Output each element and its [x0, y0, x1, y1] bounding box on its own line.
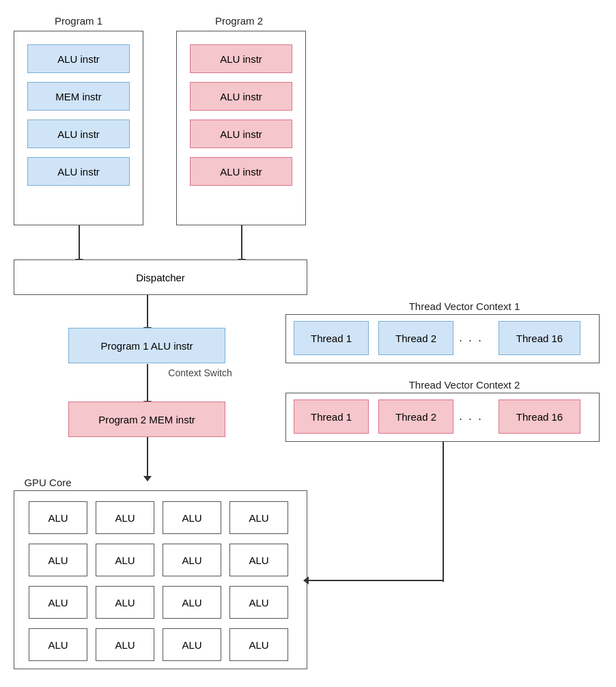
dispatcher-label: Dispatcher	[136, 272, 185, 283]
alu-0-3: ALU	[229, 501, 288, 534]
tvc1-dots: · · ·	[459, 333, 483, 348]
prog1-alu-instr-box: Program 1 ALU instr	[68, 328, 225, 363]
prog2-instr-1: ALU instr	[190, 44, 292, 73]
alu-3-0: ALU	[29, 628, 87, 661]
alu-2-3: ALU	[229, 586, 288, 619]
alu-1-3: ALU	[229, 544, 288, 576]
alu-0-1: ALU	[96, 501, 154, 534]
tvc-to-gpu-vertical	[443, 442, 444, 582]
tvc2-thread1-label: Thread 1	[311, 411, 352, 423]
alu-0-0: ALU	[29, 501, 87, 534]
prog2-mem-instr-box: Program 2 MEM instr	[68, 402, 225, 437]
diagram: Program 1 ALU instr MEM instr ALU instr …	[0, 0, 616, 687]
alu-3-3: ALU	[229, 628, 288, 661]
tvc2-dots: · · ·	[459, 412, 483, 426]
tvc2-thread16-label: Thread 16	[516, 411, 563, 423]
tvc1-thread2-label: Thread 2	[395, 333, 436, 344]
tvc2-title: Thread Vector Context 2	[335, 379, 594, 391]
program1-title: Program 1	[34, 15, 123, 27]
tvc2-thread16: Thread 16	[499, 399, 580, 434]
tvc1-thread1: Thread 1	[294, 321, 369, 355]
tvc1-thread1-label: Thread 1	[311, 333, 352, 344]
prog1-instr-2: MEM instr	[27, 82, 130, 111]
alu-2-0: ALU	[29, 586, 87, 619]
arrow-to-gpu	[147, 437, 148, 477]
tvc2-thread1: Thread 1	[294, 399, 369, 434]
arrow-prog2-dispatcher	[241, 225, 242, 260]
alu-1-1: ALU	[96, 544, 154, 576]
arrow-prog1-dispatcher	[79, 225, 80, 260]
alu-2-2: ALU	[163, 586, 221, 619]
alu-3-1: ALU	[96, 628, 154, 661]
alu-1-2: ALU	[163, 544, 221, 576]
prog1-instr-4: ALU instr	[27, 157, 130, 186]
arrow-dispatcher-prog1alu	[147, 295, 148, 328]
dispatcher-box: Dispatcher	[14, 260, 307, 295]
program2-title: Program 2	[184, 15, 294, 27]
context-switch-label: Context Switch	[156, 367, 244, 378]
alu-2-1: ALU	[96, 586, 154, 619]
alu-1-0: ALU	[29, 544, 87, 576]
tvc1-title: Thread Vector Context 1	[335, 300, 594, 312]
prog1-alu-instr-label: Program 1 ALU instr	[100, 340, 193, 352]
tvc1-thread16-label: Thread 16	[516, 333, 563, 344]
alu-3-2: ALU	[163, 628, 221, 661]
prog1-instr-1: ALU instr	[27, 44, 130, 73]
arrow-context-switch	[147, 364, 148, 402]
tvc2-thread2-label: Thread 2	[395, 411, 436, 423]
prog2-instr-4: ALU instr	[190, 157, 292, 186]
prog1-instr-3: ALU instr	[27, 120, 130, 148]
prog2-instr-3: ALU instr	[190, 120, 292, 148]
prog2-mem-instr-label: Program 2 MEM instr	[98, 414, 195, 425]
tvc2-thread2: Thread 2	[378, 399, 453, 434]
prog2-instr-2: ALU instr	[190, 82, 292, 111]
gpu-core-label: GPU Core	[14, 477, 82, 488]
tvc1-thread16: Thread 16	[499, 321, 580, 355]
tvc-to-gpu-horizontal	[308, 580, 443, 581]
tvc1-thread2: Thread 2	[378, 321, 453, 355]
alu-0-2: ALU	[163, 501, 221, 534]
